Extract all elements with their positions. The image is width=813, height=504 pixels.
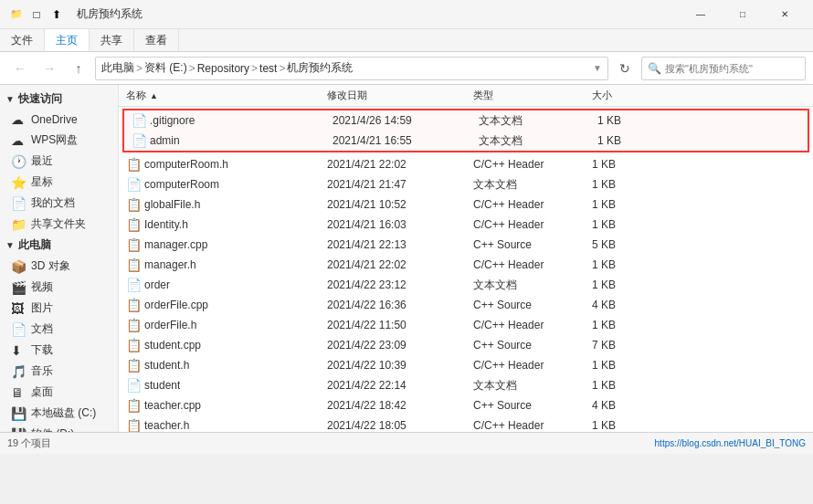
sidebar-item-video[interactable]: 🎬 视频 [0, 277, 118, 298]
file-name-label: Identity.h [144, 218, 188, 231]
table-row[interactable]: 📋 orderFile.cpp 2021/4/22 16:36 C++ Sour… [119, 295, 813, 315]
column-headers: 名称 ▲ 修改日期 类型 大小 [119, 85, 813, 107]
title-icon-2[interactable]: □ [27, 5, 46, 24]
pictures-label: 图片 [31, 300, 53, 316]
sidebar-item-onedrive[interactable]: ☁ OneDrive [0, 110, 118, 130]
back-button[interactable]: ← [7, 56, 33, 81]
d-drive-icon: 💾 [11, 427, 26, 433]
desktop-icon: 🖥 [11, 385, 26, 400]
forward-button[interactable]: → [37, 56, 62, 81]
file-type-cell: 文本文档 [473, 177, 592, 193]
sidebar-item-wps[interactable]: ☁ WPS网盘 [0, 130, 118, 151]
sidebar-item-3d[interactable]: 📦 3D 对象 [0, 256, 118, 277]
table-row[interactable]: 📋 student.cpp 2021/4/22 23:09 C++ Source… [119, 335, 813, 355]
search-bar[interactable]: 🔍 [641, 57, 806, 80]
col-header-size[interactable]: 大小 [592, 89, 647, 102]
search-icon: 🔍 [648, 62, 661, 75]
file-type-cell: 文本文档 [479, 133, 597, 149]
video-icon: 🎬 [11, 280, 26, 295]
file-date-cell: 2021/4/22 10:39 [327, 359, 473, 372]
col-header-type[interactable]: 类型 [473, 89, 592, 102]
table-row[interactable]: 📋 teacher.h 2021/4/22 18:05 C/C++ Header… [119, 415, 813, 432]
table-row[interactable]: 📋 globalFile.h 2021/4/21 10:52 C/C++ Hea… [119, 194, 813, 215]
sidebar: ▼ 快速访问 ☁ OneDrive ☁ WPS网盘 🕐 最近 ⭐ 星标 📄 我的… [0, 85, 119, 432]
table-row[interactable]: 📄 computerRoom 2021/4/21 21:47 文本文档 1 KB [119, 174, 813, 194]
file-name-label: globalFile.h [144, 198, 200, 211]
file-date-cell: 2021/4/22 23:09 [327, 339, 473, 352]
file-icon: 📋 [126, 338, 141, 352]
sidebar-item-desktop[interactable]: 🖥 桌面 [0, 382, 118, 403]
file-date-cell: 2021/4/22 18:42 [327, 399, 473, 412]
file-content: 名称 ▲ 修改日期 类型 大小 📄 .gitignore 2021/4/26 1… [119, 85, 813, 432]
file-type-cell: C++ Source [473, 299, 592, 311]
table-row[interactable]: 📄 .gitignore 2021/4/26 14:59 文本文档 1 KB [124, 110, 808, 131]
table-row[interactable]: 📄 admin 2021/4/21 16:55 文本文档 1 KB [124, 131, 808, 151]
sidebar-item-music[interactable]: 🎵 音乐 [0, 361, 118, 382]
sidebar-item-docs[interactable]: 📄 文档 [0, 319, 118, 340]
file-name-label: orderFile.cpp [144, 299, 208, 311]
file-size-cell: 1 KB [592, 258, 806, 271]
sidebar-item-pictures[interactable]: 🖼 图片 [0, 298, 118, 319]
table-row[interactable]: 📋 manager.cpp 2021/4/21 22:13 C++ Source… [119, 235, 813, 255]
file-name-label: manager.cpp [144, 238, 207, 251]
file-icon: 📋 [126, 358, 141, 373]
mydocs-icon: 📄 [11, 196, 26, 211]
title-icon-3[interactable]: ⬆ [48, 5, 66, 24]
maximize-button[interactable]: □ [722, 0, 764, 29]
downloads-icon: ⬇ [11, 343, 26, 358]
search-input[interactable] [665, 63, 799, 74]
downloads-label: 下载 [31, 342, 53, 358]
shared-label: 共享文件夹 [31, 216, 86, 232]
file-size-cell: 1 KB [592, 278, 806, 291]
table-row[interactable]: 📋 computerRoom.h 2021/4/21 22:02 C/C++ H… [119, 154, 813, 174]
file-date-cell: 2021/4/21 10:52 [327, 198, 473, 211]
col-header-name[interactable]: 名称 ▲ [126, 89, 327, 102]
file-name-cell: 📋 orderFile.cpp [126, 298, 327, 312]
sidebar-item-downloads[interactable]: ⬇ 下载 [0, 340, 118, 361]
title-icons: 📁 □ ⬆ [7, 5, 66, 24]
3d-icon: 📦 [11, 259, 26, 274]
sidebar-item-mydocs[interactable]: 📄 我的文档 [0, 193, 118, 214]
minimize-button[interactable]: — [680, 0, 722, 29]
sidebar-item-shared[interactable]: 📁 共享文件夹 [0, 214, 118, 235]
recent-icon: 🕐 [11, 154, 26, 169]
close-button[interactable]: ✕ [764, 0, 806, 29]
file-name-cell: 📋 Identity.h [126, 217, 327, 232]
file-name-label: order [144, 278, 170, 291]
table-row[interactable]: 📄 order 2021/4/22 23:12 文本文档 1 KB [119, 275, 813, 295]
table-row[interactable]: 📋 student.h 2021/4/22 10:39 C/C++ Header… [119, 355, 813, 375]
sidebar-item-d[interactable]: 💾 软件 (D:) [0, 424, 118, 432]
file-size-cell: 1 KB [592, 178, 806, 191]
tab-share[interactable]: 共享 [90, 29, 134, 51]
ribbon: 文件 主页 共享 查看 [0, 29, 813, 52]
onedrive-label: OneDrive [31, 113, 78, 126]
sidebar-item-recent[interactable]: 🕐 最近 [0, 151, 118, 172]
address-bar[interactable]: 此电脑 > 资料 (E:) > Repository > test > 机房预约… [95, 57, 608, 80]
sidebar-item-c[interactable]: 💾 本地磁盘 (C:) [0, 403, 118, 424]
file-type-cell: C++ Source [473, 399, 592, 412]
sidebar-item-starred[interactable]: ⭐ 星标 [0, 172, 118, 193]
table-row[interactable]: 📋 manager.h 2021/4/21 22:02 C/C++ Header… [119, 255, 813, 275]
file-name-cell: 📄 admin [132, 133, 333, 148]
quick-access-header[interactable]: ▼ 快速访问 [0, 89, 118, 110]
tab-view[interactable]: 查看 [134, 29, 179, 51]
table-row[interactable]: 📋 Identity.h 2021/4/21 16:03 C/C++ Heade… [119, 215, 813, 235]
col-header-date[interactable]: 修改日期 [327, 89, 473, 102]
file-name-cell: 📋 student.h [126, 358, 327, 373]
tab-home[interactable]: 主页 [45, 29, 90, 51]
tab-file[interactable]: 文件 [0, 29, 45, 51]
window-title: 机房预约系统 [77, 6, 680, 22]
file-name-cell: 📋 teacher.h [126, 418, 327, 432]
table-row[interactable]: 📄 student 2021/4/22 22:14 文本文档 1 KB [119, 375, 813, 395]
thispc-arrow: ▼ [5, 240, 15, 250]
up-button[interactable]: ↑ [66, 56, 91, 81]
window-controls: — □ ✕ [680, 0, 806, 29]
wps-label: WPS网盘 [31, 132, 78, 148]
address-dropdown-icon[interactable]: ▼ [593, 63, 602, 73]
table-row[interactable]: 📋 teacher.cpp 2021/4/22 18:42 C++ Source… [119, 395, 813, 415]
file-size-cell: 1 KB [592, 158, 806, 171]
refresh-button[interactable]: ↻ [612, 56, 638, 81]
breadcrumb-pc: 此电脑 [101, 60, 134, 76]
thispc-header[interactable]: ▼ 此电脑 [0, 235, 118, 256]
table-row[interactable]: 📋 orderFile.h 2021/4/22 11:50 C/C++ Head… [119, 315, 813, 335]
